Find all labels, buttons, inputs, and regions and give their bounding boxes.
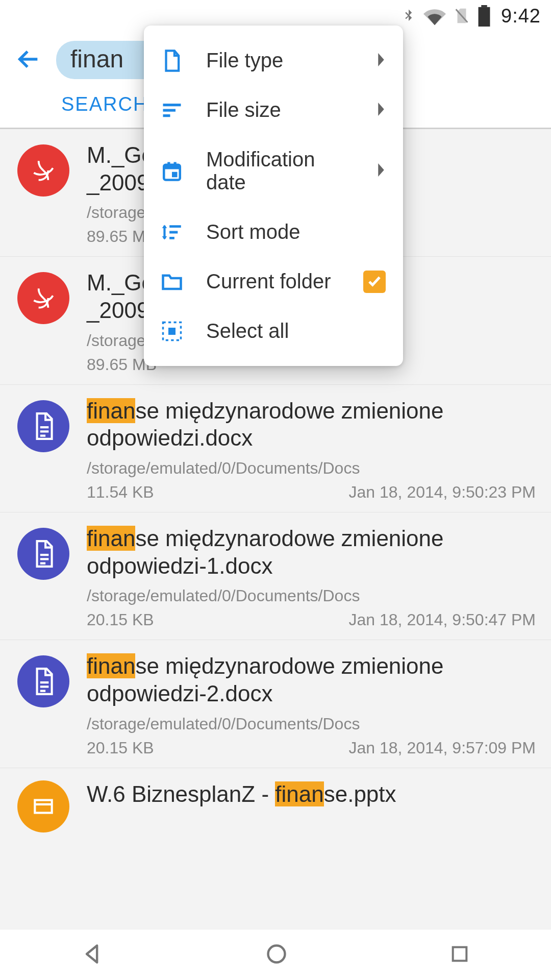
file-date: Jan 18, 2014, 9:50:23 PM — [349, 483, 536, 502]
sort-bars-icon — [161, 100, 183, 121]
svg-rect-2 — [35, 800, 52, 813]
svg-rect-11 — [453, 947, 467, 961]
file-date: Jan 18, 2014, 9:57:09 PM — [349, 739, 536, 757]
menu-label: File size — [206, 99, 353, 121]
chevron-right-icon — [377, 163, 386, 179]
battery-icon — [478, 5, 491, 27]
menu-label: File type — [206, 49, 353, 72]
svg-rect-0 — [481, 5, 487, 7]
file-size: 20.15 KB — [87, 610, 154, 629]
chevron-right-icon — [377, 53, 386, 68]
filter-menu: File type File size Modification date So… — [144, 26, 403, 366]
menu-label: Sort mode — [206, 220, 386, 243]
status-time: 9:42 — [501, 5, 541, 27]
svg-rect-5 — [167, 162, 170, 167]
file-name: finanse międzynarodowe zmienione odpowie… — [87, 397, 536, 452]
folder-icon — [161, 271, 183, 292]
pdf-icon — [17, 144, 69, 197]
result-row[interactable]: finanse międzynarodowe zmienione odpowie… — [0, 512, 551, 640]
menu-modification-date[interactable]: Modification date — [144, 135, 403, 207]
result-info: W.6 BiznesplanZ - finanse.pptx — [87, 780, 536, 832]
file-name: finanse międzynarodowe zmienione odpowie… — [87, 652, 536, 707]
search-highlight: finan — [87, 653, 135, 678]
result-info: finanse międzynarodowe zmienione odpowie… — [87, 525, 536, 629]
menu-label: Modification date — [206, 148, 353, 194]
menu-select-all[interactable]: Select all — [144, 306, 403, 356]
nav-home-icon[interactable] — [265, 943, 288, 967]
sort-mode-icon — [161, 222, 183, 243]
svg-rect-7 — [172, 172, 178, 178]
wifi-icon — [423, 6, 446, 26]
svg-point-10 — [268, 945, 285, 962]
result-row[interactable]: W.6 BiznesplanZ - finanse.pptx — [0, 768, 551, 832]
menu-current-folder[interactable]: Current folder — [144, 257, 403, 306]
file-path: /storage/emulated/0/Documents/Docs — [87, 459, 536, 478]
svg-rect-6 — [174, 162, 177, 167]
file-meta: 20.15 KB Jan 18, 2014, 9:50:47 PM — [87, 610, 536, 629]
file-icon — [161, 50, 183, 71]
result-row[interactable]: finanse międzynarodowe zmienione odpowie… — [0, 640, 551, 768]
svg-rect-4 — [164, 165, 180, 169]
ppt-icon — [17, 780, 69, 832]
nav-recent-icon[interactable] — [449, 944, 470, 966]
svg-rect-9 — [168, 328, 176, 335]
doc-icon — [17, 528, 69, 580]
menu-sort-mode[interactable]: Sort mode — [144, 207, 403, 257]
result-row[interactable]: finanse międzynarodowe zmienione odpowie… — [0, 385, 551, 512]
result-info: finanse międzynarodowe zmienione odpowie… — [87, 652, 536, 757]
calendar-icon — [161, 160, 183, 182]
nav-back-icon[interactable] — [81, 943, 104, 967]
result-info: finanse międzynarodowe zmienione odpowie… — [87, 397, 536, 502]
doc-icon — [17, 655, 69, 707]
checkbox-checked-icon[interactable] — [363, 271, 386, 293]
file-meta: 20.15 KB Jan 18, 2014, 9:57:09 PM — [87, 739, 536, 757]
bluetooth-icon — [401, 5, 416, 27]
select-all-icon — [161, 321, 183, 342]
menu-label: Current folder — [206, 270, 340, 293]
file-name: finanse międzynarodowe zmienione odpowie… — [87, 525, 536, 579]
search-highlight: finan — [87, 526, 135, 551]
search-highlight: finan — [87, 398, 135, 423]
file-name: W.6 BiznesplanZ - finanse.pptx — [87, 780, 536, 808]
file-size: 11.54 KB — [87, 483, 154, 502]
system-nav-bar — [0, 929, 551, 980]
file-path: /storage/emulated/0/Documents/Docs — [87, 586, 536, 605]
menu-file-type[interactable]: File type — [144, 36, 403, 85]
svg-rect-1 — [479, 7, 490, 27]
file-path: /storage/emulated/0/Documents/Docs — [87, 715, 536, 733]
menu-file-size[interactable]: File size — [144, 85, 403, 135]
chevron-right-icon — [377, 103, 386, 118]
file-meta: 11.54 KB Jan 18, 2014, 9:50:23 PM — [87, 483, 536, 502]
search-highlight: finan — [275, 781, 323, 806]
menu-label: Select all — [206, 320, 386, 342]
back-arrow-icon[interactable] — [15, 46, 42, 75]
doc-icon — [17, 400, 69, 452]
file-date: Jan 18, 2014, 9:50:47 PM — [349, 610, 536, 629]
pdf-icon — [17, 272, 69, 324]
file-size: 20.15 KB — [87, 739, 154, 757]
no-sim-icon — [453, 5, 470, 27]
